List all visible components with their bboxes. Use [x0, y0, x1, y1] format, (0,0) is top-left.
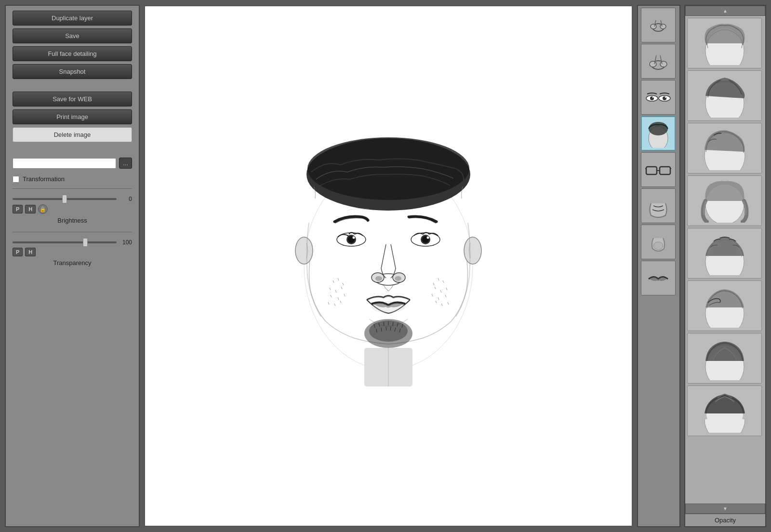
transparency-label: Transparency — [13, 259, 132, 266]
print-image-button[interactable]: Print image — [13, 109, 132, 124]
thumb-hair-selected[interactable] — [641, 116, 676, 151]
hair-selected-icon — [644, 119, 673, 148]
hairstyle-5-icon — [693, 232, 756, 275]
svg-point-68 — [652, 97, 653, 98]
svg-point-56 — [295, 237, 313, 264]
transparency-ph-row: P H — [13, 248, 132, 256]
full-face-detailing-button[interactable]: Full face detailing — [13, 46, 132, 61]
brightness-value: 0 — [119, 196, 132, 202]
hairstyle-2[interactable] — [687, 70, 762, 121]
brightness-h-button[interactable]: H — [25, 205, 36, 213]
right-panel — [637, 5, 680, 527]
svg-point-14 — [375, 276, 382, 281]
duplicate-layer-button[interactable]: Duplicate layer — [13, 11, 132, 26]
nose1-icon — [644, 11, 673, 40]
hairstyle-8[interactable] — [687, 386, 762, 436]
transparency-h-button[interactable]: H — [25, 248, 36, 256]
hairstyle-4-icon — [693, 179, 756, 223]
svg-point-64 — [650, 61, 656, 67]
thumb-beard1[interactable] — [641, 188, 676, 223]
transformation-label: Transformation — [23, 175, 65, 183]
svg-point-73 — [649, 122, 668, 135]
opacity-footer: Opacity — [685, 514, 765, 526]
svg-point-71 — [665, 97, 666, 98]
transparency-track[interactable] — [13, 241, 117, 243]
delete-image-button[interactable]: Delete image — [13, 127, 132, 142]
brightness-lock-icon[interactable]: 🔒 — [38, 204, 48, 214]
thumb-nose1[interactable] — [641, 8, 676, 42]
svg-point-62 — [660, 24, 666, 29]
save-web-button[interactable]: Save for WEB — [13, 92, 132, 106]
svg-point-61 — [651, 24, 656, 29]
transformation-checkbox[interactable] — [13, 176, 19, 183]
hairstyle-1[interactable] — [687, 18, 762, 68]
hairstyle-4[interactable] — [687, 175, 762, 226]
far-right-panel: ▲ — [684, 5, 766, 527]
thumb-glasses[interactable] — [641, 152, 676, 187]
brightness-ph-row: P H 🔒 — [13, 204, 132, 214]
svg-rect-74 — [646, 167, 657, 174]
svg-rect-75 — [660, 167, 670, 174]
brightness-p-button[interactable]: P — [13, 205, 23, 213]
beard1-icon — [644, 191, 673, 220]
svg-point-15 — [395, 276, 401, 281]
hairstyle-7[interactable] — [687, 333, 762, 384]
brightness-label: Brightness — [13, 217, 132, 224]
transparency-thumb[interactable] — [83, 238, 88, 247]
svg-point-6 — [353, 237, 355, 239]
glasses-icon — [644, 155, 673, 184]
svg-point-10 — [427, 237, 429, 239]
svg-point-65 — [660, 61, 667, 67]
mustache-icon — [644, 264, 673, 293]
brightness-track[interactable] — [13, 198, 117, 200]
brightness-section: 0 P H 🔒 Brightness — [13, 196, 132, 226]
transformation-row: Transformation — [13, 175, 132, 183]
hairstyle-6-icon — [693, 284, 756, 328]
thumb-mustache[interactable] — [641, 261, 676, 295]
transparency-value: 100 — [119, 239, 132, 246]
canvas-panel[interactable]: Africa Images a — [144, 5, 633, 527]
eyes-icon — [644, 83, 673, 112]
thumb-beard2[interactable] — [641, 225, 676, 259]
scroll-up-button[interactable]: ▲ — [685, 6, 765, 16]
scroll-down-button[interactable]: ▼ — [685, 504, 765, 514]
beard2-icon — [644, 227, 673, 256]
snapshot-button[interactable]: Snapshot — [13, 64, 132, 79]
thumb-nose2[interactable] — [641, 44, 676, 79]
hairstyle-3[interactable] — [687, 123, 762, 173]
hairstyle-7-icon — [693, 337, 756, 380]
brightness-slider-row: 0 — [13, 196, 132, 202]
opacity-label: Opacity — [715, 517, 736, 524]
left-panel: Duplicate layer Save Full face detailing… — [5, 5, 140, 527]
hairstyle-8-icon — [693, 389, 756, 433]
color-bar-dots-button[interactable]: ... — [119, 158, 132, 169]
hairstyle-3-icon — [693, 127, 756, 170]
nose2-icon — [644, 47, 673, 76]
brightness-thumb[interactable] — [62, 195, 67, 203]
hairstyle-scroll[interactable] — [685, 16, 765, 504]
save-button[interactable]: Save — [13, 28, 132, 43]
color-bar-row: ... — [13, 158, 132, 169]
transparency-section: 100 P H Transparency — [13, 239, 132, 268]
svg-point-79 — [653, 242, 663, 250]
transparency-p-button[interactable]: P — [13, 248, 23, 256]
svg-point-57 — [464, 237, 481, 264]
hairstyle-2-icon — [693, 74, 756, 118]
face-sketch — [263, 97, 514, 435]
transparency-slider-row: 100 — [13, 239, 132, 246]
hairstyle-5[interactable] — [687, 228, 762, 279]
thumb-eyes[interactable] — [641, 80, 676, 115]
color-bar[interactable] — [13, 158, 116, 169]
hairstyle-1-icon — [693, 22, 756, 65]
hairstyle-6[interactable] — [687, 280, 762, 331]
svg-point-2 — [307, 137, 469, 200]
